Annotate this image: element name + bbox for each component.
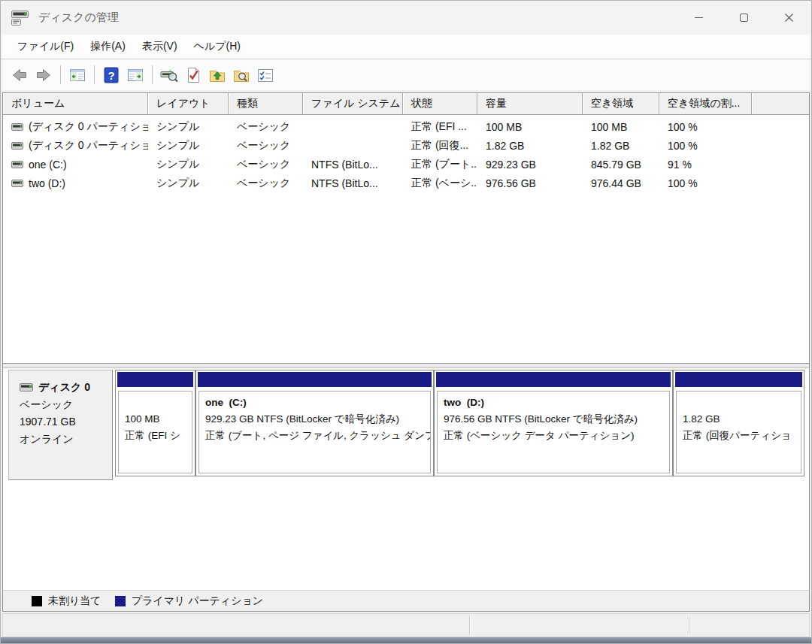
- volume-label: one (C:): [29, 159, 67, 171]
- volume-label: (ディスク 0 パーティショ...: [29, 120, 148, 134]
- toolbar-forward-button[interactable]: [32, 64, 55, 86]
- partition-name: one (C:): [205, 395, 424, 411]
- percent-free-cell: 100 %: [659, 117, 752, 136]
- percent-free-cell: 100 %: [659, 174, 752, 192]
- partition-size: 929.23 GB NTFS (BitLocker で暗号化済み): [205, 411, 424, 428]
- free-space-cell: 976.44 GB: [583, 174, 659, 192]
- partition-name: [125, 395, 186, 411]
- type-cell: ベーシック: [229, 136, 303, 155]
- toolbar-help-button[interactable]: ?: [100, 64, 123, 86]
- capacity-cell: 100 MB: [477, 117, 583, 136]
- type-cell: ベーシック: [229, 155, 303, 174]
- status-bar-divider: [689, 616, 689, 634]
- console-content: ボリューム レイアウト 種類 ファイル システム 状態 容量 空き領域 空き領域…: [2, 92, 810, 612]
- status-cell: 正常 (EFI ...: [403, 117, 477, 136]
- partition-body: 100 MB 正常 (EFI シ: [118, 391, 192, 473]
- legend-bar: 未割り当て プライマリ パーティション: [3, 590, 809, 611]
- toolbar-folder-search-button[interactable]: [230, 64, 253, 86]
- partition-recovery[interactable]: 1.82 GB 正常 (回復パーティショ: [673, 370, 804, 476]
- primary-partition-swatch: [115, 596, 126, 606]
- toolbar-rescan-button[interactable]: [182, 64, 205, 86]
- partition-name: two (D:): [444, 395, 663, 411]
- partition-efi[interactable]: 100 MB 正常 (EFI シ: [115, 370, 195, 476]
- partition-color-stripe: [675, 372, 802, 387]
- unallocated-swatch: [32, 596, 42, 606]
- type-cell: ベーシック: [229, 174, 303, 192]
- toolbar-action-pane-button[interactable]: [124, 64, 147, 86]
- column-header-status[interactable]: 状態: [403, 93, 477, 114]
- menu-action[interactable]: 操作(A): [82, 36, 134, 57]
- volume-drive-icon: [11, 141, 23, 150]
- partition-body: two (D:) 976.56 GB NTFS (BitLocker で暗号化済…: [437, 391, 670, 473]
- help-icon: ?: [103, 67, 120, 83]
- partition-body: 1.82 GB 正常 (回復パーティショ: [676, 391, 801, 473]
- column-header-type[interactable]: 種類: [229, 93, 303, 114]
- column-header-filler: [752, 93, 809, 114]
- title-bar: ディスクの管理: [1, 1, 811, 35]
- folder-up-arrow-icon: [208, 66, 226, 84]
- window-title: ディスクの管理: [38, 11, 119, 25]
- checklist-icon: [256, 66, 274, 84]
- toolbar-back-button[interactable]: [8, 64, 31, 86]
- partition-size: 1.82 GB: [683, 411, 795, 428]
- capacity-cell: 929.23 GB: [477, 155, 583, 174]
- layout-cell: シンプル: [148, 117, 229, 136]
- menu-help[interactable]: ヘルプ(H): [186, 36, 249, 57]
- legend-unallocated: 未割り当て: [32, 594, 102, 608]
- table-row-recovery-partition[interactable]: (ディスク 0 パーティショ... シンプル ベーシック 正常 (回復... 1…: [3, 136, 809, 155]
- svg-text:?: ?: [108, 68, 114, 81]
- status-bar-divider: [469, 616, 470, 634]
- layout-cell: シンプル: [148, 136, 229, 155]
- table-row-one-c[interactable]: one (C:) シンプル ベーシック NTFS (BitLo... 正常 (ブ…: [3, 155, 809, 174]
- column-header-filesystem[interactable]: ファイル システム: [303, 93, 403, 114]
- status-cell: 正常 (回復...: [403, 136, 477, 155]
- toolbar-console-tree-button[interactable]: [66, 64, 89, 86]
- menu-view[interactable]: 表示(V): [134, 36, 186, 57]
- forward-arrow-icon: [35, 66, 53, 84]
- partition-body: one (C:) 929.23 GB NTFS (BitLocker で暗号化済…: [198, 391, 431, 473]
- back-arrow-icon: [11, 66, 29, 84]
- minimize-button[interactable]: [676, 1, 721, 35]
- disk-name: ディスク 0: [38, 379, 90, 396]
- toolbar-separator: [94, 65, 95, 84]
- column-header-capacity[interactable]: 容量: [477, 93, 583, 114]
- volume-list-header: ボリューム レイアウト 種類 ファイル システム 状態 容量 空き領域 空き領域…: [3, 93, 809, 115]
- legend-primary-partition: プライマリ パーティション: [115, 594, 264, 608]
- disk-0-info-panel[interactable]: ディスク 0 ベーシック 1907.71 GB オンライン: [8, 370, 113, 480]
- volume-cell: one (C:): [3, 155, 148, 174]
- column-header-percent-free[interactable]: 空き領域の割...: [659, 93, 752, 114]
- toolbar-folder-up-button[interactable]: [206, 64, 229, 86]
- partition-two-d[interactable]: two (D:) 976.56 GB NTFS (BitLocker で暗号化済…: [434, 370, 673, 476]
- disk-management-window: ディスクの管理 ファイル(F) 操作(A) 表示(V) ヘルプ(H): [0, 0, 812, 644]
- show-action-pane-icon: [126, 66, 144, 84]
- column-header-layout[interactable]: レイアウト: [148, 93, 229, 114]
- disk-type: ベーシック: [20, 396, 112, 413]
- table-row-two-d[interactable]: two (D:) シンプル ベーシック NTFS (BitLo... 正常 (ベ…: [3, 174, 809, 192]
- table-row-efi-partition[interactable]: (ディスク 0 パーティショ... シンプル ベーシック 正常 (EFI ...…: [3, 117, 809, 136]
- toolbar-disk-properties-button[interactable]: [158, 64, 180, 86]
- pane-splitter[interactable]: [3, 363, 809, 368]
- column-header-free-space[interactable]: 空き領域: [583, 93, 659, 114]
- percent-free-cell: 91 %: [659, 155, 752, 174]
- partition-status: 正常 (ブート, ページ ファイル, クラッシュ ダンプ, プ: [205, 428, 424, 444]
- toolbar: ?: [2, 59, 810, 90]
- volume-drive-icon: [11, 160, 23, 169]
- volume-list-pane: ボリューム レイアウト 種類 ファイル システム 状態 容量 空き領域 空き領域…: [3, 93, 809, 363]
- partition-one-c[interactable]: one (C:) 929.23 GB NTFS (BitLocker で暗号化済…: [195, 370, 434, 476]
- status-cell: 正常 (ベーシ...: [403, 174, 477, 192]
- close-button[interactable]: [766, 1, 811, 35]
- close-icon: [784, 13, 794, 23]
- partition-status: 正常 (ベーシック データ パーティション): [444, 428, 663, 444]
- folder-search-icon: [232, 66, 250, 84]
- column-header-volume[interactable]: ボリューム: [3, 93, 148, 114]
- partition-color-stripe: [117, 372, 193, 387]
- status-cell: 正常 (ブート...: [403, 155, 477, 174]
- maximize-button[interactable]: [721, 1, 766, 35]
- toolbar-properties-list-button[interactable]: [254, 64, 277, 86]
- disk-graph-pane: ディスク 0 ベーシック 1907.71 GB オンライン 100 MB 正常 …: [3, 368, 809, 611]
- menu-file[interactable]: ファイル(F): [9, 36, 82, 57]
- disk-size: 1907.71 GB: [20, 413, 112, 431]
- toolbar-separator: [152, 65, 153, 84]
- capacity-cell: 1.82 GB: [477, 136, 583, 155]
- free-space-cell: 845.79 GB: [583, 155, 659, 174]
